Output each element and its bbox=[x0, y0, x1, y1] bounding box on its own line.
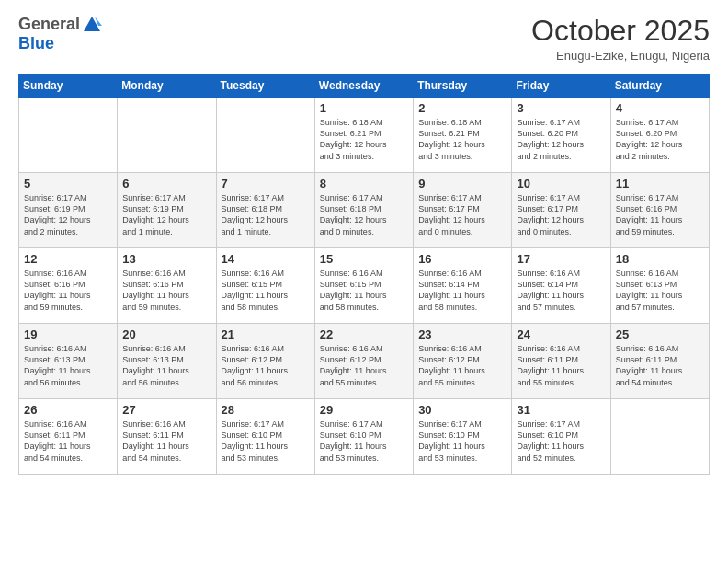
day-number: 20 bbox=[122, 327, 210, 341]
calendar-cell: 21Sunrise: 6:16 AM Sunset: 6:12 PM Dayli… bbox=[216, 324, 314, 399]
day-number: 2 bbox=[418, 101, 506, 115]
weekday-header-sunday: Sunday bbox=[19, 75, 118, 98]
weekday-header-tuesday: Tuesday bbox=[216, 75, 314, 98]
day-info: Sunrise: 6:17 AM Sunset: 6:10 PM Dayligh… bbox=[320, 419, 408, 464]
calendar-cell: 9Sunrise: 6:17 AM Sunset: 6:17 PM Daylig… bbox=[414, 173, 512, 248]
calendar-cell: 8Sunrise: 6:17 AM Sunset: 6:18 PM Daylig… bbox=[314, 173, 413, 248]
calendar-cell: 3Sunrise: 6:17 AM Sunset: 6:20 PM Daylig… bbox=[512, 98, 610, 173]
calendar-cell: 22Sunrise: 6:16 AM Sunset: 6:12 PM Dayli… bbox=[314, 324, 413, 399]
day-info: Sunrise: 6:16 AM Sunset: 6:11 PM Dayligh… bbox=[122, 419, 210, 464]
day-number: 31 bbox=[517, 403, 605, 417]
page: General Blue October 2025 Enugu-Ezike, E… bbox=[0, 0, 728, 563]
day-info: Sunrise: 6:16 AM Sunset: 6:15 PM Dayligh… bbox=[320, 268, 408, 313]
calendar-cell: 14Sunrise: 6:16 AM Sunset: 6:15 PM Dayli… bbox=[216, 248, 314, 324]
calendar-cell: 25Sunrise: 6:16 AM Sunset: 6:11 PM Dayli… bbox=[610, 324, 709, 399]
day-number: 3 bbox=[517, 101, 605, 115]
week-row-4: 19Sunrise: 6:16 AM Sunset: 6:13 PM Dayli… bbox=[19, 324, 710, 399]
calendar-cell bbox=[118, 98, 216, 173]
day-number: 29 bbox=[320, 403, 408, 417]
day-info: Sunrise: 6:16 AM Sunset: 6:12 PM Dayligh… bbox=[222, 343, 310, 388]
day-number: 12 bbox=[24, 252, 112, 266]
calendar-cell bbox=[19, 98, 118, 173]
calendar-cell: 5Sunrise: 6:17 AM Sunset: 6:19 PM Daylig… bbox=[19, 173, 118, 248]
day-info: Sunrise: 6:16 AM Sunset: 6:15 PM Dayligh… bbox=[222, 268, 310, 313]
day-info: Sunrise: 6:18 AM Sunset: 6:21 PM Dayligh… bbox=[320, 117, 408, 162]
day-number: 23 bbox=[418, 327, 506, 341]
day-info: Sunrise: 6:16 AM Sunset: 6:14 PM Dayligh… bbox=[418, 268, 506, 313]
day-info: Sunrise: 6:17 AM Sunset: 6:10 PM Dayligh… bbox=[222, 419, 310, 464]
calendar-cell: 26Sunrise: 6:16 AM Sunset: 6:11 PM Dayli… bbox=[19, 399, 118, 475]
day-info: Sunrise: 6:18 AM Sunset: 6:21 PM Dayligh… bbox=[418, 117, 506, 162]
day-info: Sunrise: 6:16 AM Sunset: 6:13 PM Dayligh… bbox=[24, 343, 112, 388]
title-block: October 2025 Enugu-Ezike, Enugu, Nigeria bbox=[531, 15, 710, 63]
day-number: 16 bbox=[418, 252, 506, 266]
day-info: Sunrise: 6:16 AM Sunset: 6:12 PM Dayligh… bbox=[418, 343, 506, 388]
calendar-cell: 10Sunrise: 6:17 AM Sunset: 6:17 PM Dayli… bbox=[512, 173, 610, 248]
day-number: 1 bbox=[320, 101, 408, 115]
day-info: Sunrise: 6:16 AM Sunset: 6:14 PM Dayligh… bbox=[517, 268, 605, 313]
logo-blue-text: Blue bbox=[18, 35, 102, 53]
weekday-header-saturday: Saturday bbox=[610, 75, 709, 98]
day-info: Sunrise: 6:16 AM Sunset: 6:11 PM Dayligh… bbox=[24, 419, 112, 464]
week-row-2: 5Sunrise: 6:17 AM Sunset: 6:19 PM Daylig… bbox=[19, 173, 710, 248]
day-info: Sunrise: 6:17 AM Sunset: 6:10 PM Dayligh… bbox=[418, 419, 506, 464]
calendar-cell: 16Sunrise: 6:16 AM Sunset: 6:14 PM Dayli… bbox=[414, 248, 512, 324]
calendar-cell: 24Sunrise: 6:16 AM Sunset: 6:11 PM Dayli… bbox=[512, 324, 610, 399]
weekday-header-thursday: Thursday bbox=[414, 75, 512, 98]
calendar-cell: 1Sunrise: 6:18 AM Sunset: 6:21 PM Daylig… bbox=[314, 98, 413, 173]
calendar-cell: 31Sunrise: 6:17 AM Sunset: 6:10 PM Dayli… bbox=[512, 399, 610, 475]
calendar-cell bbox=[216, 98, 314, 173]
calendar-cell: 13Sunrise: 6:16 AM Sunset: 6:16 PM Dayli… bbox=[118, 248, 216, 324]
day-number: 4 bbox=[616, 101, 704, 115]
day-info: Sunrise: 6:17 AM Sunset: 6:18 PM Dayligh… bbox=[222, 192, 310, 237]
calendar-cell: 19Sunrise: 6:16 AM Sunset: 6:13 PM Dayli… bbox=[19, 324, 118, 399]
week-row-1: 1Sunrise: 6:18 AM Sunset: 6:21 PM Daylig… bbox=[19, 98, 710, 173]
week-row-3: 12Sunrise: 6:16 AM Sunset: 6:16 PM Dayli… bbox=[19, 248, 710, 324]
calendar-cell: 7Sunrise: 6:17 AM Sunset: 6:18 PM Daylig… bbox=[216, 173, 314, 248]
day-info: Sunrise: 6:17 AM Sunset: 6:10 PM Dayligh… bbox=[517, 419, 605, 464]
day-info: Sunrise: 6:17 AM Sunset: 6:20 PM Dayligh… bbox=[616, 117, 704, 162]
day-number: 11 bbox=[616, 177, 704, 190]
logo-general-text: General bbox=[18, 16, 80, 34]
day-number: 18 bbox=[616, 252, 704, 266]
calendar-cell: 15Sunrise: 6:16 AM Sunset: 6:15 PM Dayli… bbox=[314, 248, 413, 324]
calendar-cell: 12Sunrise: 6:16 AM Sunset: 6:16 PM Dayli… bbox=[19, 248, 118, 324]
calendar-cell: 28Sunrise: 6:17 AM Sunset: 6:10 PM Dayli… bbox=[216, 399, 314, 475]
calendar-cell: 4Sunrise: 6:17 AM Sunset: 6:20 PM Daylig… bbox=[610, 98, 709, 173]
day-info: Sunrise: 6:16 AM Sunset: 6:16 PM Dayligh… bbox=[122, 268, 210, 313]
calendar-cell: 18Sunrise: 6:16 AM Sunset: 6:13 PM Dayli… bbox=[610, 248, 709, 324]
day-number: 24 bbox=[517, 327, 605, 341]
day-number: 14 bbox=[222, 252, 310, 266]
day-info: Sunrise: 6:17 AM Sunset: 6:17 PM Dayligh… bbox=[418, 192, 506, 237]
day-number: 25 bbox=[616, 327, 704, 341]
calendar-cell bbox=[610, 399, 709, 475]
day-info: Sunrise: 6:17 AM Sunset: 6:19 PM Dayligh… bbox=[24, 192, 112, 237]
weekday-header-wednesday: Wednesday bbox=[314, 75, 413, 98]
calendar-cell: 2Sunrise: 6:18 AM Sunset: 6:21 PM Daylig… bbox=[414, 98, 512, 173]
day-number: 6 bbox=[122, 177, 210, 190]
day-info: Sunrise: 6:16 AM Sunset: 6:16 PM Dayligh… bbox=[24, 268, 112, 313]
calendar-table: SundayMondayTuesdayWednesdayThursdayFrid… bbox=[18, 74, 710, 475]
day-number: 15 bbox=[320, 252, 408, 266]
day-info: Sunrise: 6:17 AM Sunset: 6:16 PM Dayligh… bbox=[616, 192, 704, 237]
day-number: 26 bbox=[24, 403, 112, 417]
day-number: 30 bbox=[418, 403, 506, 417]
calendar-cell: 30Sunrise: 6:17 AM Sunset: 6:10 PM Dayli… bbox=[414, 399, 512, 475]
header: General Blue October 2025 Enugu-Ezike, E… bbox=[18, 15, 710, 63]
day-number: 13 bbox=[122, 252, 210, 266]
day-number: 17 bbox=[517, 252, 605, 266]
weekday-header-monday: Monday bbox=[118, 75, 216, 98]
logo-icon bbox=[82, 15, 102, 35]
day-number: 8 bbox=[320, 177, 408, 190]
calendar-cell: 6Sunrise: 6:17 AM Sunset: 6:19 PM Daylig… bbox=[118, 173, 216, 248]
day-number: 21 bbox=[222, 327, 310, 341]
day-info: Sunrise: 6:17 AM Sunset: 6:19 PM Dayligh… bbox=[122, 192, 210, 237]
day-info: Sunrise: 6:16 AM Sunset: 6:11 PM Dayligh… bbox=[517, 343, 605, 388]
day-info: Sunrise: 6:16 AM Sunset: 6:13 PM Dayligh… bbox=[122, 343, 210, 388]
calendar-cell: 23Sunrise: 6:16 AM Sunset: 6:12 PM Dayli… bbox=[414, 324, 512, 399]
day-info: Sunrise: 6:16 AM Sunset: 6:12 PM Dayligh… bbox=[320, 343, 408, 388]
calendar-cell: 17Sunrise: 6:16 AM Sunset: 6:14 PM Dayli… bbox=[512, 248, 610, 324]
weekday-header-friday: Friday bbox=[512, 75, 610, 98]
calendar-cell: 29Sunrise: 6:17 AM Sunset: 6:10 PM Dayli… bbox=[314, 399, 413, 475]
day-number: 9 bbox=[418, 177, 506, 190]
